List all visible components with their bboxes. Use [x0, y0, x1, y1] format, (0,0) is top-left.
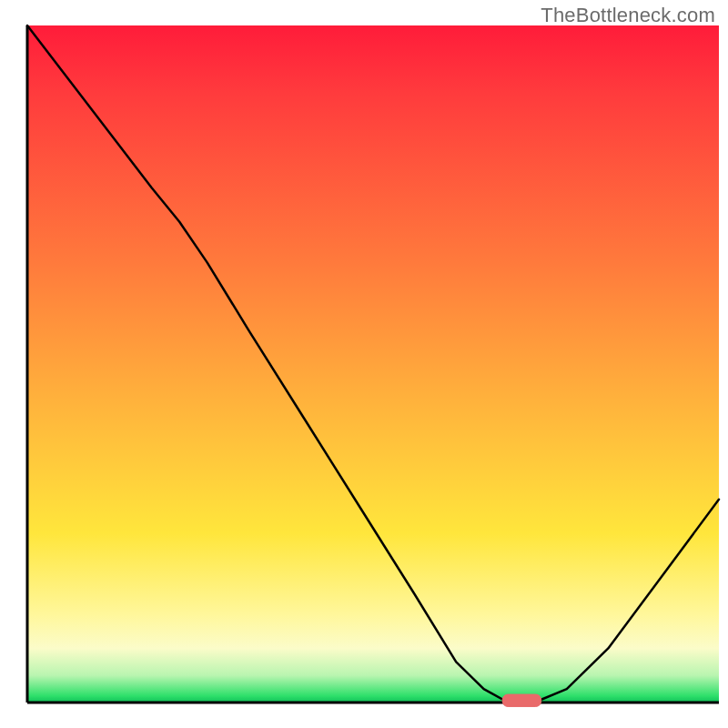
watermark-text: TheBottleneck.com	[541, 4, 715, 27]
chart-container: TheBottleneck.com	[0, 0, 728, 728]
optimal-point-marker	[502, 694, 541, 706]
plot-background-gradient	[27, 25, 719, 703]
bottleneck-line-chart	[0, 0, 728, 728]
